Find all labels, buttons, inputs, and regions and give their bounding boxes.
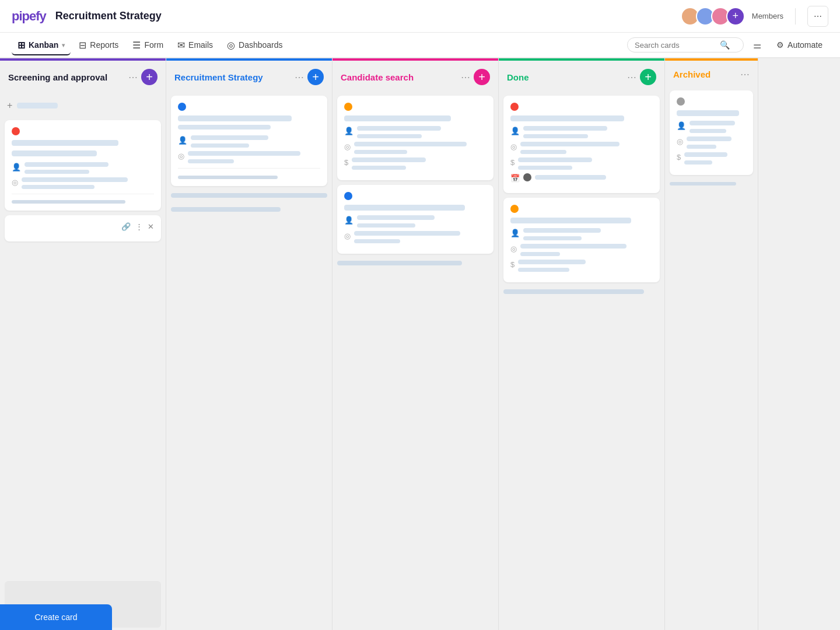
column-add-candidate[interactable]: + — [474, 69, 490, 85]
members-label: Members — [752, 12, 783, 20]
column-archived: Archived ⋯ 👤 ◎ — [665, 58, 758, 630]
card-field-person: 👤 — [344, 126, 487, 138]
card-screening-1[interactable]: 👤 ◎ — [5, 120, 161, 211]
card-field-person: 👤 — [12, 162, 154, 174]
person-icon: 👤 — [344, 127, 354, 135]
automate-icon: ⚙ — [776, 40, 784, 50]
dashboards-icon: ◎ — [227, 40, 235, 51]
location-icon: ◎ — [510, 142, 517, 151]
header-action-button[interactable]: ⋯ — [807, 6, 828, 27]
card-field-dollar: $ — [510, 158, 653, 170]
card-done-2[interactable]: 👤 ◎ $ — [503, 198, 660, 282]
search-bar[interactable]: 🔍 — [627, 37, 744, 52]
column-footer-line — [503, 289, 644, 294]
emails-tab[interactable]: ✉ Emails — [172, 36, 219, 54]
header-divider — [795, 8, 796, 24]
kanban-tab[interactable]: ⊞ Kanban ▾ — [12, 36, 71, 55]
column-title-screening: Screening and approval — [8, 72, 125, 82]
header-right: + Members ⋯ — [681, 6, 828, 27]
skeleton-line — [178, 125, 271, 130]
location-icon: ◎ — [510, 244, 517, 253]
column-body-candidate: 👤 ◎ $ — [332, 91, 498, 630]
create-card-button[interactable]: Create card — [0, 604, 112, 630]
card-field-location: ◎ — [344, 231, 487, 243]
column-menu-recruitment[interactable]: ⋯ — [295, 72, 304, 83]
avatars: + — [681, 7, 745, 26]
column-add-screening[interactable]: + — [141, 69, 158, 85]
card-candidate-1[interactable]: 👤 ◎ $ — [337, 96, 494, 180]
card-field-location-content — [354, 142, 487, 154]
card-title-skeleton — [12, 140, 118, 146]
column-menu-done[interactable]: ⋯ — [627, 72, 636, 83]
add-card-row[interactable]: + — [5, 96, 161, 116]
filter-button[interactable]: ⚌ — [748, 36, 766, 54]
card-field-person: 👤 — [677, 121, 746, 133]
person-icon: 👤 — [178, 136, 187, 145]
card-candidate-2[interactable]: 👤 ◎ — [337, 185, 494, 254]
toolbar-right: 🔍 ⚌ ⚙ Automate — [627, 36, 828, 54]
column-body-done: 👤 ◎ $ — [499, 91, 664, 630]
search-input[interactable] — [635, 41, 716, 50]
card-title-skeleton — [178, 116, 292, 121]
location-icon: ◎ — [677, 137, 683, 146]
column-menu-archived[interactable]: ⋯ — [740, 69, 750, 80]
card-field-calendar-content — [523, 173, 653, 181]
column-footer-line — [337, 261, 462, 265]
card-done-1[interactable]: 👤 ◎ $ — [503, 96, 660, 193]
card-field-dollar-content — [684, 152, 746, 164]
card-field-dollar-content — [518, 260, 653, 272]
calendar-icon: 📅 — [510, 174, 520, 183]
card-field-content — [191, 135, 320, 148]
card-field-location: ◎ — [510, 142, 653, 154]
column-add-done[interactable]: + — [640, 69, 656, 85]
location-icon: ◎ — [344, 142, 351, 151]
column-footer-line-2 — [171, 207, 281, 212]
automate-button[interactable]: ⚙ Automate — [771, 37, 828, 53]
card-dot — [12, 127, 20, 135]
card-field-content — [357, 126, 487, 138]
column-candidate: Candidate search ⋯ + 👤 ◎ — [332, 58, 499, 630]
card-dot — [344, 103, 352, 111]
logo: pipefy — [12, 9, 46, 24]
card-field-location-content — [354, 231, 487, 243]
card-field-dollar: $ — [510, 260, 653, 272]
card-title-skeleton — [344, 116, 451, 121]
column-title-archived: Archived — [673, 69, 737, 79]
automate-label: Automate — [788, 40, 822, 50]
column-title-done: Done — [507, 72, 624, 82]
column-screening: Screening and approval ⋯ + + 👤 — [0, 58, 166, 630]
column-footer-line — [670, 182, 736, 186]
person-icon: 👤 — [344, 216, 354, 225]
form-tab[interactable]: ☰ Form — [127, 36, 169, 54]
card-footer — [178, 168, 320, 179]
toolbar: ⊞ Kanban ▾ ⊟ Reports ☰ Form ✉ Emails ◎ D… — [0, 33, 840, 58]
column-add-recruitment[interactable]: + — [307, 69, 324, 85]
column-recruitment: Recruitment Strategy ⋯ + 👤 ◎ — [166, 58, 332, 630]
card-recruitment-1[interactable]: 👤 ◎ — [171, 96, 327, 186]
board: Screening and approval ⋯ + + 👤 — [0, 58, 840, 630]
column-menu-screening[interactable]: ⋯ — [128, 72, 138, 83]
dashboards-tab[interactable]: ◎ Dashboards — [221, 36, 289, 54]
card-field-content — [357, 215, 487, 228]
more-icon[interactable]: ⋮ — [135, 222, 143, 231]
reports-tab[interactable]: ⊟ Reports — [73, 36, 124, 54]
plus-icon: + — [7, 100, 12, 111]
column-header-done: Done ⋯ + — [499, 61, 664, 91]
dollar-icon: $ — [677, 153, 681, 162]
person-icon: 👤 — [510, 127, 520, 135]
card-screening-partial[interactable]: 🔗 ⋮ ✕ — [5, 215, 161, 242]
card-field-location-content — [687, 136, 746, 149]
card-archived-1[interactable]: 👤 ◎ $ — [670, 90, 753, 175]
link-icon[interactable]: 🔗 — [121, 222, 131, 231]
close-icon[interactable]: ✕ — [148, 222, 154, 231]
kanban-chevron: ▾ — [62, 42, 65, 48]
column-header-recruitment: Recruitment Strategy ⋯ + — [166, 61, 332, 91]
emails-label: Emails — [188, 40, 213, 50]
column-menu-candidate[interactable]: ⋯ — [461, 72, 470, 83]
dashboards-label: Dashboards — [239, 40, 283, 50]
location-icon: ◎ — [178, 152, 184, 160]
card-field-location: ◎ — [510, 244, 653, 256]
card-field-location: ◎ — [178, 151, 320, 163]
add-member-avatar[interactable]: + — [726, 7, 745, 26]
form-icon: ☰ — [132, 40, 141, 51]
